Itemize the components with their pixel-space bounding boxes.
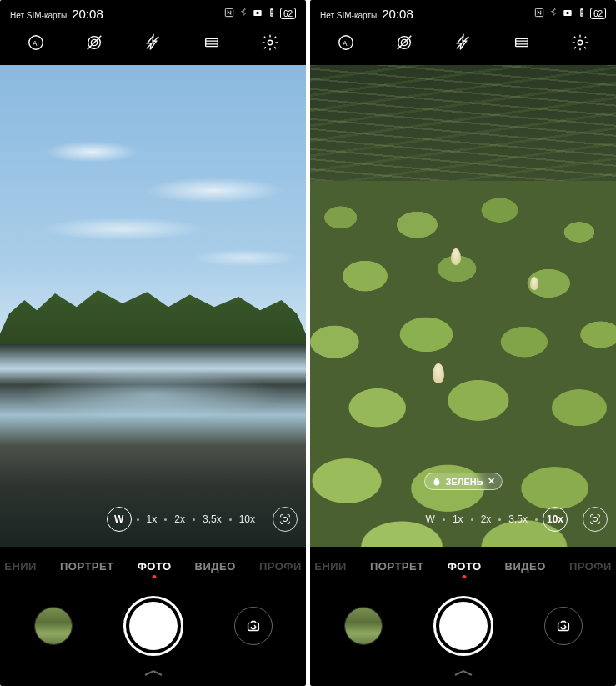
shutter-button[interactable] — [123, 596, 183, 656]
aspect-ratio-button[interactable] — [201, 32, 223, 53]
leaf-icon — [431, 477, 441, 487]
mode-pro[interactable]: ПРОФИ — [558, 560, 616, 573]
svg-line-10 — [88, 36, 102, 50]
phone-screen-right: Нет SIM-карты 20:08 62 AI — [310, 0, 616, 686]
zoom-2x[interactable]: 2x — [172, 513, 188, 525]
mode-video[interactable]: ВИДЕО — [183, 560, 248, 573]
mode-portrait[interactable]: ПОРТРЕТ — [358, 560, 436, 573]
camera-toolbar: AI — [310, 23, 616, 65]
alert-icon — [576, 7, 588, 21]
zoom-10x[interactable]: 10x — [237, 513, 258, 525]
zoom-controls: W 1x 2x 3,5x 10x — [0, 507, 306, 532]
status-bar: Нет SIM-карты 20:08 62 — [310, 0, 616, 23]
switch-camera-button[interactable] — [234, 607, 273, 645]
svg-rect-4 — [271, 10, 272, 13]
bottom-controls — [310, 578, 616, 664]
zoom-wide[interactable]: W — [107, 507, 132, 532]
zoom-1x[interactable]: 1x — [450, 513, 466, 525]
ai-scene-chip[interactable]: ЗЕЛЕНЬ ✕ — [423, 473, 502, 490]
sim-status: Нет SIM-карты — [320, 11, 377, 20]
svg-rect-5 — [271, 14, 272, 15]
svg-text:AI: AI — [33, 40, 39, 48]
camera-viewfinder[interactable]: ЗЕЛЕНЬ ✕ W 1x 2x 3,5x 10x — [310, 65, 616, 547]
flash-button[interactable] — [142, 32, 163, 53]
svg-point-15 — [268, 40, 273, 45]
svg-line-28 — [398, 36, 412, 50]
nfc-icon — [223, 7, 235, 21]
svg-rect-12 — [205, 38, 218, 46]
clock: 20:08 — [72, 7, 103, 21]
flash-button[interactable] — [452, 32, 473, 53]
color-mode-button[interactable] — [83, 32, 105, 53]
swipe-up-indicator[interactable] — [0, 664, 306, 686]
settings-button[interactable] — [259, 32, 281, 53]
mode-selector[interactable]: ЕНИИ ПОРТРЕТ ФОТО ВИДЕО ПРОФИ — [0, 547, 306, 578]
svg-point-33 — [578, 40, 583, 45]
gallery-thumbnail[interactable] — [344, 607, 383, 645]
status-bar: Нет SIM-карты 20:08 62 — [0, 0, 306, 23]
swipe-up-indicator[interactable] — [310, 664, 616, 686]
zoom-3-5x[interactable]: 3,5x — [506, 513, 530, 525]
ai-scene-label: ЗЕЛЕНЬ — [445, 477, 483, 487]
svg-rect-30 — [515, 38, 528, 46]
svg-point-16 — [283, 517, 287, 521]
settings-button[interactable] — [569, 32, 591, 53]
camera-toolbar: AI — [0, 23, 306, 65]
camera-status-icon — [562, 7, 573, 21]
battery-indicator: 62 — [280, 8, 296, 19]
phone-screen-left: Нет SIM-карты 20:08 62 AI — [0, 0, 306, 686]
mode-portrait[interactable]: ПОРТРЕТ — [48, 560, 126, 573]
svg-rect-23 — [581, 14, 582, 15]
camera-viewfinder[interactable]: W 1x 2x 3,5x 10x — [0, 65, 306, 547]
ai-mode-button[interactable]: AI — [335, 32, 357, 53]
preview-image — [0, 65, 306, 547]
alert-icon — [266, 7, 278, 21]
ai-mode-button[interactable]: AI — [25, 32, 47, 53]
zoom-3-5x[interactable]: 3,5x — [200, 513, 224, 525]
zoom-1x[interactable]: 1x — [144, 513, 160, 525]
mode-item[interactable]: ЕНИИ — [310, 560, 358, 573]
google-lens-button[interactable] — [273, 507, 298, 532]
mode-video[interactable]: ВИДЕО — [493, 560, 558, 573]
svg-text:AI: AI — [343, 40, 349, 48]
nfc-icon — [533, 7, 545, 21]
mode-pro[interactable]: ПРОФИ — [248, 560, 306, 573]
mode-item[interactable]: ЕНИИ — [0, 560, 48, 573]
mode-selector[interactable]: ЕНИИ ПОРТРЕТ ФОТО ВИДЕО ПРОФИ — [310, 547, 616, 578]
color-mode-button[interactable] — [393, 32, 415, 53]
svg-rect-22 — [581, 10, 582, 13]
shutter-button[interactable] — [433, 596, 493, 656]
svg-point-34 — [593, 517, 597, 521]
zoom-2x[interactable]: 2x — [478, 513, 494, 525]
google-lens-button[interactable] — [583, 507, 608, 532]
bluetooth-icon — [548, 7, 559, 21]
zoom-wide[interactable]: W — [423, 513, 438, 525]
sim-status: Нет SIM-карты — [10, 11, 67, 20]
gallery-thumbnail[interactable] — [34, 607, 73, 645]
svg-point-20 — [566, 11, 569, 13]
svg-point-2 — [256, 11, 259, 13]
close-icon[interactable]: ✕ — [488, 476, 495, 487]
aspect-ratio-button[interactable] — [511, 32, 533, 53]
bluetooth-icon — [238, 7, 249, 21]
zoom-controls: W 1x 2x 3,5x 10x — [310, 507, 616, 532]
mode-photo[interactable]: ФОТО — [436, 560, 493, 573]
mode-photo[interactable]: ФОТО — [126, 560, 183, 573]
camera-status-icon — [252, 7, 263, 21]
zoom-10x[interactable]: 10x — [543, 507, 568, 532]
switch-camera-button[interactable] — [544, 607, 583, 645]
bottom-controls — [0, 578, 306, 664]
battery-indicator: 62 — [590, 8, 606, 19]
clock: 20:08 — [382, 7, 413, 21]
